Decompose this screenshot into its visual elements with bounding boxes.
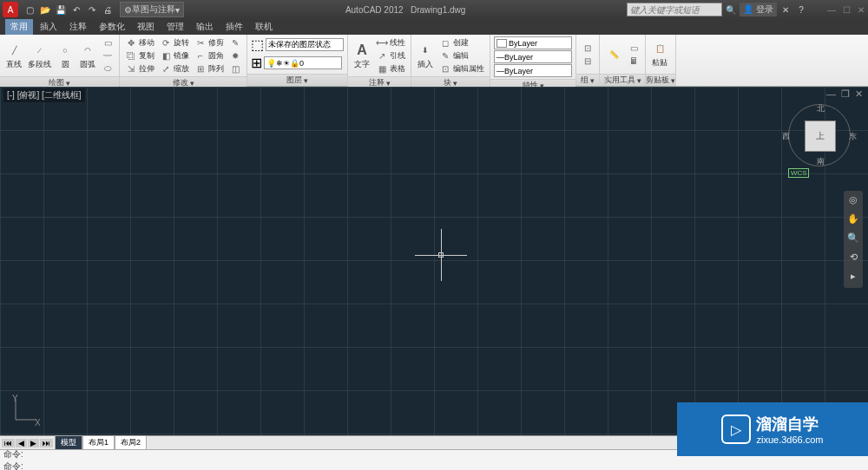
panel-annotation: A文字 ⟷线性 ↗引线 ▦表格 注释 ▾ (348, 35, 411, 86)
orbit-button[interactable]: ⟲ (846, 251, 860, 265)
panel-utilities: 📏 ▭ 🖩 实用工具 ▾ (600, 35, 646, 86)
tab-nav-last[interactable]: ⏭ (40, 439, 53, 447)
panel-clipboard-title[interactable]: 剪贴板 ▾ (646, 74, 675, 86)
tab-view[interactable]: 视图 (132, 19, 160, 35)
tab-output[interactable]: 输出 (191, 19, 219, 35)
arc-button[interactable]: ◠圆弧 (77, 41, 98, 71)
create-block-button[interactable]: ◻创建 (437, 36, 486, 49)
panel-layers-title[interactable]: 图层 ▾ (247, 74, 347, 86)
copy-button[interactable]: ⿻复制 (123, 49, 156, 62)
table-button[interactable]: ▦表格 (374, 62, 407, 75)
app-icon[interactable]: A (3, 2, 18, 17)
rotate-button[interactable]: ⟳旋转 (158, 36, 191, 49)
polyline-button[interactable]: ⟋多段线 (26, 41, 53, 71)
close-button[interactable]: ✕ (858, 5, 865, 15)
pan-button[interactable]: ✋ (846, 213, 860, 227)
layer-button[interactable]: ⊞ (251, 55, 262, 71)
tab-parametric[interactable]: 参数化 (94, 19, 130, 35)
new-icon[interactable]: ▢ (23, 3, 36, 16)
measure-button[interactable]: 📏 (603, 45, 624, 64)
tab-annotate[interactable]: 注释 (64, 19, 92, 35)
command-prompt[interactable]: 命令: (3, 460, 865, 471)
layer-dropdown[interactable]: 💡❄☀🔒 0 (264, 56, 342, 69)
panel-clipboard: 📋粘贴 剪贴板 ▾ (646, 35, 676, 86)
trim-icon: ✂ (194, 36, 207, 49)
erase-button[interactable]: ✎ (227, 36, 243, 49)
edit-attr-button[interactable]: ⊡编辑属性 (437, 62, 486, 75)
rect-button[interactable]: ▭ (100, 36, 115, 49)
tab-nav-next[interactable]: ▶ (28, 439, 39, 447)
leader-button[interactable]: ↗引线 (374, 49, 407, 62)
showmotion-button[interactable]: ▸ (846, 271, 860, 284)
paste-button[interactable]: 📋粘贴 (649, 39, 670, 69)
wcs-label[interactable]: WCS (788, 168, 809, 178)
group-button[interactable]: ⊡ (580, 42, 595, 54)
panel-layers: ⬚ 未保存的图层状态 ⊞ 💡❄☀🔒 0 图层 ▾ (247, 35, 348, 86)
maximize-button[interactable]: ☐ (843, 5, 851, 15)
explode-button[interactable]: ✸ (227, 49, 243, 62)
redo-icon[interactable]: ↷ (85, 3, 99, 16)
offset-button[interactable]: ◫ (227, 62, 243, 75)
array-button[interactable]: ⊞阵列 (193, 62, 226, 75)
minimize-button[interactable]: — (827, 5, 836, 15)
viewcube-face[interactable]: 上 (805, 121, 836, 152)
undo-icon[interactable]: ↶ (69, 3, 83, 16)
open-icon[interactable]: 📂 (38, 3, 52, 16)
watermark-logo-icon: ▷ (721, 415, 751, 444)
layer-state-dropdown[interactable]: 未保存的图层状态 (266, 38, 344, 51)
tab-manage[interactable]: 管理 (161, 19, 189, 35)
text-button[interactable]: A文字 (352, 41, 372, 71)
tab-insert[interactable]: 插入 (35, 19, 62, 35)
stretch-button[interactable]: ⇲拉伸 (123, 62, 156, 75)
leader-icon: ↗ (376, 49, 388, 62)
viewcube[interactable]: 上 北 南 东 西 WCS (788, 104, 851, 166)
full-nav-wheel[interactable]: ◎ (846, 194, 860, 208)
exchange-icon[interactable]: ✕ (779, 3, 792, 16)
drawing-area[interactable]: [-] [俯视] [二维线框] — ❐ ✕ YX 上 北 南 东 西 WCS ◎… (0, 87, 868, 435)
search-icon[interactable]: 🔍 (724, 3, 738, 16)
viewport-label[interactable]: [-] [俯视] [二维线框] (3, 88, 85, 102)
dim-linear-button[interactable]: ⟷线性 (374, 36, 407, 49)
tab-nav-prev[interactable]: ◀ (16, 439, 27, 447)
panel-groups-title[interactable]: 组 ▾ (576, 74, 599, 86)
tab-nav-first[interactable]: ⏮ (2, 439, 15, 447)
viewcube-south[interactable]: 南 (817, 156, 825, 167)
ungroup-button[interactable]: ⊟ (580, 55, 595, 67)
line-button[interactable]: ╱直线 (3, 41, 24, 71)
viewcube-east[interactable]: 东 (849, 131, 857, 142)
measure-icon: 📏 (605, 46, 622, 63)
viewcube-north[interactable]: 北 (817, 103, 825, 114)
trim-button[interactable]: ✂修剪 (193, 36, 226, 49)
login-button[interactable]: 👤 登录 (740, 3, 777, 16)
select-button[interactable]: ▭ (626, 42, 641, 54)
circle-button[interactable]: ○圆 (55, 41, 76, 71)
viewcube-west[interactable]: 西 (782, 131, 790, 142)
scale-button[interactable]: ⤢缩放 (158, 62, 191, 75)
workspace-dropdown[interactable]: ⚙ 草图与注释 ▾ (120, 2, 184, 17)
calc-button[interactable]: 🖩 (626, 55, 641, 67)
layer-props-icon[interactable]: ⬚ (251, 36, 264, 53)
doc-minimize[interactable]: — (826, 88, 836, 100)
spline-button[interactable]: 〰 (100, 49, 115, 62)
doc-restore[interactable]: ❐ (841, 88, 850, 100)
color-dropdown[interactable]: ByLayer (494, 36, 572, 49)
lineweight-dropdown[interactable]: — ByLayer (494, 50, 572, 63)
mirror-button[interactable]: ◧镜像 (158, 49, 191, 62)
print-icon[interactable]: 🖨 (101, 3, 115, 16)
tab-online[interactable]: 联机 (250, 19, 278, 35)
save-icon[interactable]: 💾 (54, 3, 68, 16)
tab-plugins[interactable]: 插件 (220, 19, 248, 35)
tab-home[interactable]: 常用 (5, 19, 33, 35)
watermark: ▷ 溜溜自学 zixue.3d66.com (677, 402, 868, 456)
linetype-dropdown[interactable]: — ByLayer (494, 64, 572, 77)
search-input[interactable] (627, 3, 722, 16)
ellipse-button[interactable]: ⬭ (100, 62, 115, 75)
doc-close[interactable]: ✕ (855, 88, 863, 100)
panel-utilities-title[interactable]: 实用工具 ▾ (600, 74, 645, 86)
move-button[interactable]: ✥移动 (123, 36, 156, 49)
fillet-button[interactable]: ⌐圆角 (193, 49, 226, 62)
help-icon[interactable]: ? (794, 3, 808, 16)
edit-block-button[interactable]: ✎编辑 (437, 49, 486, 62)
insert-block-button[interactable]: ⬇插入 (415, 41, 436, 71)
zoom-extents-button[interactable]: 🔍 (846, 232, 860, 246)
